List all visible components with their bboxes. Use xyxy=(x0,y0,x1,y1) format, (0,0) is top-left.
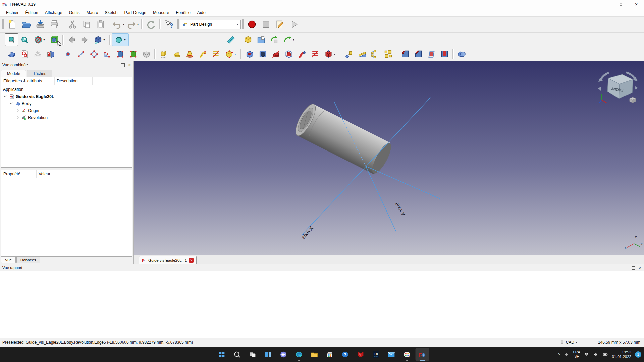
menu-sketch[interactable]: Sketch xyxy=(101,10,121,16)
boolean-operation-button[interactable] xyxy=(455,48,468,60)
chevron-down-icon[interactable]: ▾ xyxy=(136,23,140,26)
datum-plane-button[interactable] xyxy=(88,48,101,60)
taskbar-edge-button[interactable] xyxy=(292,348,306,361)
close-panel-icon[interactable] xyxy=(639,266,642,270)
taskbar-task-view-button[interactable] xyxy=(246,348,260,361)
taskbar-microsoft-store-button[interactable] xyxy=(323,348,337,361)
bounding-box-button[interactable] xyxy=(48,33,61,46)
datum-line-button[interactable] xyxy=(74,48,88,60)
view-previous-button[interactable] xyxy=(65,33,78,46)
menu-outils[interactable]: Outils xyxy=(66,10,83,16)
expander-icon[interactable] xyxy=(15,115,20,120)
create-part-button[interactable] xyxy=(241,33,255,46)
copy-button[interactable] xyxy=(79,17,94,32)
additive-pipe-button[interactable] xyxy=(196,48,209,60)
map-sketch-to-face-button[interactable] xyxy=(44,48,57,60)
tab-vue[interactable]: Vue xyxy=(1,257,16,263)
view-front-button[interactable] xyxy=(142,33,155,46)
shape-binder-button[interactable] xyxy=(114,48,127,60)
macro-run-button[interactable] xyxy=(287,17,301,32)
tree-item-application[interactable]: Application xyxy=(1,86,132,93)
tab-donnees[interactable]: Données xyxy=(16,257,40,263)
volume-icon[interactable] xyxy=(593,352,599,357)
fit-selection-button[interactable] xyxy=(18,33,31,46)
tray-app-icon[interactable] xyxy=(564,352,569,357)
chevron-down-icon[interactable]: ▾ xyxy=(43,38,46,41)
subtractive-primitive-button[interactable]: ▾ xyxy=(322,48,338,60)
chevron-down-icon[interactable]: ▾ xyxy=(234,53,237,56)
maximize-button[interactable]: □ xyxy=(613,0,629,9)
property-header-value[interactable]: Valeur xyxy=(37,170,132,178)
workbench-selector[interactable]: Part Design▾ xyxy=(180,20,241,29)
clone-button[interactable] xyxy=(140,48,153,60)
taskbar-turbocad-button[interactable]: TC2020 xyxy=(369,348,383,361)
multi-transform-button[interactable] xyxy=(382,48,395,60)
revolution-button[interactable] xyxy=(170,48,183,60)
undo-button[interactable]: ▾ xyxy=(112,17,126,32)
chevron-down-icon[interactable]: ▾ xyxy=(333,53,336,56)
taskbar-chat-button[interactable] xyxy=(277,348,290,361)
thickness-button[interactable] xyxy=(438,48,451,60)
datum-point-button[interactable] xyxy=(61,48,74,60)
chevron-down-icon[interactable]: ▾ xyxy=(122,23,125,26)
taskbar-start-button[interactable] xyxy=(215,348,229,361)
expander-icon[interactable] xyxy=(3,94,8,99)
clock[interactable]: 19:52 31.01.2022 xyxy=(612,350,631,359)
document-close-icon[interactable] xyxy=(189,258,194,263)
subtractive-loft-button[interactable] xyxy=(282,48,296,60)
sub-shape-binder-button[interactable] xyxy=(127,48,140,60)
linear-pattern-button[interactable] xyxy=(356,48,369,60)
document-tab[interactable]: F Guide vis Eagle20L : 1 xyxy=(139,256,197,264)
view-next-button[interactable] xyxy=(78,33,91,46)
hole-button[interactable] xyxy=(256,48,269,60)
3d-scene[interactable]: Y Axis X Axis FRONT xyxy=(134,61,644,255)
chevron-down-icon[interactable]: ▾ xyxy=(292,38,296,41)
float-panel-icon[interactable] xyxy=(121,63,125,67)
menu-fenetre[interactable]: Fenêtre xyxy=(173,10,194,16)
macro-edit-button[interactable] xyxy=(273,17,287,32)
paste-button[interactable] xyxy=(94,17,108,32)
battery-icon[interactable] xyxy=(602,352,608,357)
groove-button[interactable] xyxy=(269,48,282,60)
taskbar-file-explorer-button[interactable] xyxy=(308,348,321,361)
cut-button[interactable] xyxy=(65,17,79,32)
expander-icon[interactable] xyxy=(9,101,14,106)
toolbar-drag-handle[interactable] xyxy=(470,49,471,59)
pocket-button[interactable] xyxy=(243,48,256,60)
subtractive-pipe-button[interactable] xyxy=(296,48,309,60)
close-panel-icon[interactable] xyxy=(128,63,131,67)
wifi-icon[interactable] xyxy=(584,352,589,357)
draw-style-button[interactable]: ▾ xyxy=(31,33,48,46)
make-sub-link-button[interactable]: ▾ xyxy=(281,33,298,46)
view-bottom-button[interactable] xyxy=(194,33,207,46)
property-header-name[interactable]: Propriété xyxy=(1,170,37,178)
hidden-icons-button[interactable]: ^ xyxy=(558,352,560,357)
chamfer-button[interactable] xyxy=(412,48,425,60)
mirrored-button[interactable] xyxy=(342,48,356,60)
menu-macro[interactable]: Macro xyxy=(83,10,102,16)
create-sketch-button[interactable] xyxy=(18,48,31,60)
view-rotate-button[interactable]: ▾ xyxy=(112,33,129,46)
new-file-button[interactable] xyxy=(5,17,19,32)
taskbar-search-button[interactable] xyxy=(230,348,244,361)
taskbar-freecad-button[interactable]: F xyxy=(416,348,429,361)
tab-taches[interactable]: Tâches xyxy=(27,70,52,77)
menu-aide[interactable]: Aide xyxy=(194,10,209,16)
tree-header-labels[interactable]: Étiquettes & attributs xyxy=(1,77,55,85)
taskbar-mail-button[interactable] xyxy=(385,348,398,361)
close-button[interactable]: ✕ xyxy=(629,0,644,9)
menu-affichage[interactable]: Affichage xyxy=(42,10,66,16)
chevron-down-icon[interactable]: ▾ xyxy=(123,38,127,41)
tree-item-revolution[interactable]: Revolution xyxy=(13,114,132,121)
3d-viewport[interactable]: Y Axis X Axis FRONT xyxy=(134,61,644,264)
notification-badge[interactable]: 1 xyxy=(635,351,641,358)
whats-this-button[interactable]: ? xyxy=(162,17,176,32)
macro-stop-button[interactable] xyxy=(259,17,273,32)
tree-item-origin[interactable]: Origin xyxy=(13,107,132,114)
view-top-button[interactable] xyxy=(155,33,168,46)
chevron-down-icon[interactable]: ▾ xyxy=(103,38,106,41)
measure-distance-button[interactable] xyxy=(224,33,237,46)
pad-button[interactable] xyxy=(157,48,170,60)
additive-loft-button[interactable] xyxy=(183,48,196,60)
taskbar-photos-button[interactable] xyxy=(400,348,414,361)
